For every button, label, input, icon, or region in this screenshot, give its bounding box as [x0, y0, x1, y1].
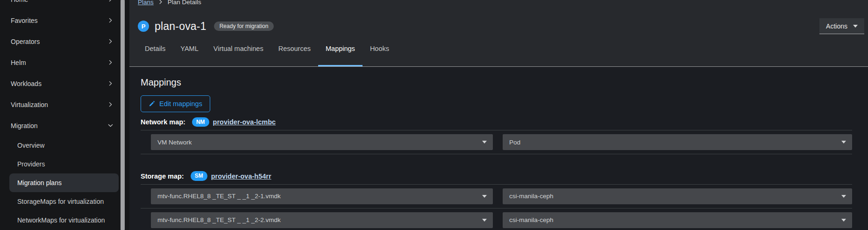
sidebar-item-label: Helm	[11, 59, 26, 66]
caret-down-icon	[853, 25, 858, 28]
page-title: plan-ova-1	[155, 20, 206, 33]
dropdown-value: VM Network	[157, 139, 192, 146]
sidebar-item-migration-overview[interactable]: Overview	[9, 136, 119, 155]
chevron-right-icon	[108, 60, 113, 65]
sidebar-item-favorites[interactable]: Favorites	[0, 10, 120, 31]
chevron-right-icon	[108, 0, 113, 2]
plan-resource-badge: P	[138, 21, 149, 32]
sidebar-item-helm[interactable]: Helm	[0, 52, 120, 73]
chevron-down-icon	[108, 123, 113, 128]
content: Plans Plan Details P plan-ova-1 Ready fo…	[129, 0, 868, 230]
storage-source-dropdown[interactable]: mtv-func.RHEL8_8 _TE_ST _ _1 _2-2.vmdk	[151, 212, 493, 228]
section-title: Mappings	[141, 77, 852, 88]
sidebar-item-label: Operators	[11, 38, 40, 45]
storage-mapping-row: mtv-func.RHEL8_8 _TE_ST _ _1 _2-2.vmdk c…	[141, 208, 852, 230]
sidebar-item-label: Overview	[17, 142, 44, 149]
sidebar-item-migration-plans[interactable]: Migration plans	[9, 173, 119, 192]
storage-source-dropdown[interactable]: mtv-func.RHEL8_8 _TE_ST _ _1 _2-1.vmdk	[151, 188, 493, 204]
storage-map-row: Storage map: SM provider-ova-h54rr	[141, 171, 852, 180]
sidebar-item-networkmaps[interactable]: NetworkMaps for virtualization	[9, 211, 119, 230]
tab-virtual-machines[interactable]: Virtual machines	[206, 41, 271, 66]
tab-hooks[interactable]: Hooks	[363, 41, 397, 66]
sidebar-item-label: Workloads	[11, 80, 42, 87]
tab-bar: Details YAML Virtual machines Resources …	[129, 41, 868, 67]
networkmap-resource-badge: NM	[192, 117, 209, 127]
edit-mappings-label: Edit mappings	[159, 100, 202, 108]
caret-down-icon	[482, 219, 487, 222]
dropdown-value: mtv-func.RHEL8_8 _TE_ST _ _1 _2-1.vmdk	[157, 193, 281, 200]
caret-down-icon	[482, 141, 487, 144]
storage-target-dropdown[interactable]: csi-manila-ceph	[503, 188, 852, 204]
sidebar-scrollbar[interactable]	[121, 0, 125, 230]
title-row: P plan-ova-1 Ready for migration Actions	[138, 18, 864, 34]
tab-details[interactable]: Details	[137, 41, 173, 66]
chevron-right-icon	[108, 18, 113, 23]
sidebar-item-providers[interactable]: Providers	[9, 155, 119, 173]
pencil-icon	[149, 101, 155, 107]
network-map-row: Network map: NM provider-ova-lcmbc	[141, 117, 852, 127]
caret-down-icon	[482, 195, 487, 198]
caret-down-icon	[841, 219, 846, 222]
storage-target-dropdown[interactable]: csi-manila-ceph	[503, 212, 852, 228]
sidebar-item-label: Home	[11, 0, 28, 3]
tab-yaml[interactable]: YAML	[173, 41, 206, 66]
network-target-dropdown[interactable]: Pod	[503, 134, 852, 150]
sidebar-item-workloads[interactable]: Workloads	[0, 73, 120, 94]
edit-mappings-button[interactable]: Edit mappings	[141, 95, 210, 112]
sidebar-item-home[interactable]: Home	[0, 0, 120, 10]
sidebar-item-label: NetworkMaps for virtualization	[17, 216, 105, 224]
storagemap-resource-badge: SM	[191, 171, 207, 180]
sidebar-item-label: Virtualization	[11, 101, 48, 108]
actions-button-label: Actions	[826, 22, 847, 30]
sidebar-item-label: Providers	[17, 160, 45, 168]
sidebar-item-label: StorageMaps for virtualization	[17, 198, 104, 205]
breadcrumb-chevron-icon	[158, 0, 163, 4]
actions-button[interactable]: Actions	[819, 18, 864, 34]
storage-map-pairs: mtv-func.RHEL8_8 _TE_ST _ _1 _2-1.vmdk c…	[141, 184, 852, 230]
storage-mapping-row: mtv-func.RHEL8_8 _TE_ST _ _1 _2-1.vmdk c…	[141, 185, 852, 208]
mappings-section: Mappings Edit mappings Network map: NM p…	[129, 67, 868, 230]
breadcrumb-current: Plan Details	[168, 0, 201, 6]
status-badge: Ready for migration	[214, 22, 274, 31]
tab-resources[interactable]: Resources	[271, 41, 318, 66]
breadcrumb: Plans Plan Details	[138, 0, 868, 6]
storage-map-link[interactable]: provider-ova-h54rr	[211, 172, 271, 180]
chevron-right-icon	[108, 81, 113, 86]
caret-down-icon	[841, 141, 846, 144]
dropdown-value: csi-manila-ceph	[509, 193, 554, 200]
sidebar-item-storagemaps[interactable]: StorageMaps for virtualization	[9, 192, 119, 211]
dropdown-value: mtv-func.RHEL8_8 _TE_ST _ _1 _2-2.vmdk	[157, 216, 281, 223]
sidebar-item-label: Favorites	[11, 17, 38, 24]
network-mapping-row: VM Network Pod	[141, 130, 852, 154]
network-map-pairs: VM Network Pod	[141, 130, 852, 154]
dropdown-value: Pod	[509, 139, 520, 146]
network-map-label: Network map:	[141, 118, 185, 126]
chevron-right-icon	[108, 102, 113, 107]
sidebar-item-label: Migration	[11, 122, 38, 129]
sidebar-item-label: Migration plans	[17, 179, 62, 187]
chevron-right-icon	[108, 39, 113, 44]
page-header: Plans Plan Details P plan-ova-1 Ready fo…	[129, 0, 868, 67]
caret-down-icon	[841, 195, 846, 198]
sidebar: Home Favorites Operators Helm Workloads	[0, 0, 129, 230]
network-map-link[interactable]: provider-ova-lcmbc	[213, 118, 276, 126]
tab-mappings[interactable]: Mappings	[318, 41, 363, 66]
breadcrumb-plans-link[interactable]: Plans	[138, 0, 154, 6]
network-source-dropdown[interactable]: VM Network	[151, 134, 493, 150]
dropdown-value: csi-manila-ceph	[509, 216, 554, 223]
storage-map-label: Storage map:	[141, 172, 184, 180]
sidebar-item-virtualization[interactable]: Virtualization	[0, 94, 120, 115]
sidebar-item-migration[interactable]: Migration	[0, 115, 120, 136]
sidebar-item-operators[interactable]: Operators	[0, 31, 120, 52]
